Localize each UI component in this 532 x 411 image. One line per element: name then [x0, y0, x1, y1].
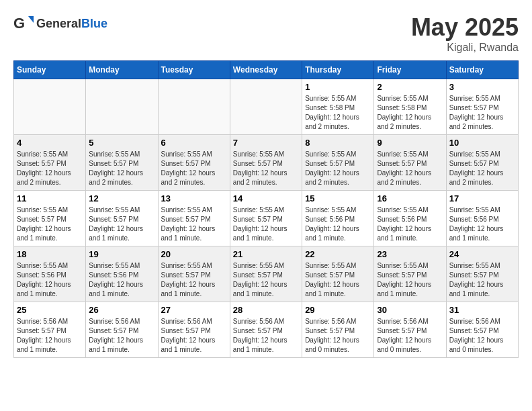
day-info: Sunrise: 5:55 AM Sunset: 5:57 PM Dayligh…	[161, 205, 227, 243]
day-info: Sunrise: 5:55 AM Sunset: 5:57 PM Dayligh…	[449, 261, 515, 299]
calendar-day-cell: 18Sunrise: 5:55 AM Sunset: 5:56 PM Dayli…	[14, 246, 86, 302]
day-info: Sunrise: 5:56 AM Sunset: 5:57 PM Dayligh…	[89, 317, 154, 355]
calendar-day-cell: 6Sunrise: 5:55 AM Sunset: 5:57 PM Daylig…	[158, 135, 230, 191]
calendar-col-header: Friday	[374, 61, 446, 79]
calendar-day-cell: 29Sunrise: 5:56 AM Sunset: 5:57 PM Dayli…	[302, 302, 374, 358]
calendar-day-cell: 24Sunrise: 5:55 AM Sunset: 5:57 PM Dayli…	[446, 246, 518, 302]
calendar-day-cell: 1Sunrise: 5:55 AM Sunset: 5:58 PM Daylig…	[302, 79, 374, 135]
logo-icon: G	[13, 13, 34, 34]
calendar-day-cell: 15Sunrise: 5:55 AM Sunset: 5:56 PM Dayli…	[302, 191, 374, 246]
day-info: Sunrise: 5:56 AM Sunset: 5:57 PM Dayligh…	[377, 317, 443, 355]
day-info: Sunrise: 5:55 AM Sunset: 5:57 PM Dayligh…	[89, 150, 154, 187]
day-number: 4	[17, 138, 83, 148]
day-info: Sunrise: 5:55 AM Sunset: 5:56 PM Dayligh…	[89, 261, 154, 299]
calendar-day-cell: 22Sunrise: 5:55 AM Sunset: 5:57 PM Dayli…	[302, 246, 374, 302]
day-info: Sunrise: 5:55 AM Sunset: 5:57 PM Dayligh…	[233, 150, 299, 187]
calendar-week-row: 4Sunrise: 5:55 AM Sunset: 5:57 PM Daylig…	[14, 135, 519, 191]
day-number: 31	[449, 305, 515, 315]
day-number: 20	[161, 249, 227, 259]
day-info: Sunrise: 5:56 AM Sunset: 5:57 PM Dayligh…	[161, 317, 227, 355]
calendar-day-cell: 7Sunrise: 5:55 AM Sunset: 5:57 PM Daylig…	[230, 135, 302, 191]
calendar-week-row: 1Sunrise: 5:55 AM Sunset: 5:58 PM Daylig…	[14, 79, 519, 135]
day-number: 15	[305, 193, 371, 203]
calendar-day-cell: 31Sunrise: 5:56 AM Sunset: 5:57 PM Dayli…	[446, 302, 518, 358]
day-number: 26	[89, 305, 154, 315]
calendar-day-cell: 3Sunrise: 5:55 AM Sunset: 5:57 PM Daylig…	[446, 79, 518, 135]
month-year-title: May 2025	[411, 13, 519, 42]
calendar-week-row: 18Sunrise: 5:55 AM Sunset: 5:56 PM Dayli…	[14, 246, 519, 302]
calendar-day-cell: 2Sunrise: 5:55 AM Sunset: 5:58 PM Daylig…	[374, 79, 446, 135]
calendar-table: SundayMondayTuesdayWednesdayThursdayFrid…	[13, 60, 519, 358]
day-number: 23	[377, 249, 443, 259]
calendar-day-cell: 13Sunrise: 5:55 AM Sunset: 5:57 PM Dayli…	[158, 191, 230, 246]
calendar-day-cell: 8Sunrise: 5:55 AM Sunset: 5:57 PM Daylig…	[302, 135, 374, 191]
day-number: 21	[233, 249, 299, 259]
day-info: Sunrise: 5:55 AM Sunset: 5:57 PM Dayligh…	[377, 150, 443, 187]
calendar-day-cell: 19Sunrise: 5:55 AM Sunset: 5:56 PM Dayli…	[86, 246, 158, 302]
calendar-day-cell: 28Sunrise: 5:56 AM Sunset: 5:57 PM Dayli…	[230, 302, 302, 358]
day-number: 5	[89, 138, 154, 148]
day-info: Sunrise: 5:55 AM Sunset: 5:56 PM Dayligh…	[17, 261, 83, 299]
calendar-day-cell: 4Sunrise: 5:55 AM Sunset: 5:57 PM Daylig…	[14, 135, 86, 191]
location-subtitle: Kigali, Rwanda	[411, 42, 519, 54]
day-number: 1	[305, 82, 371, 92]
day-number: 16	[377, 193, 443, 203]
calendar-col-header: Tuesday	[158, 61, 230, 79]
day-number: 10	[449, 138, 515, 148]
page-header: G GeneralBlue May 2025 Kigali, Rwanda	[13, 13, 519, 54]
day-info: Sunrise: 5:55 AM Sunset: 5:56 PM Dayligh…	[305, 205, 371, 243]
day-info: Sunrise: 5:55 AM Sunset: 5:56 PM Dayligh…	[377, 205, 443, 243]
day-info: Sunrise: 5:55 AM Sunset: 5:57 PM Dayligh…	[17, 205, 83, 243]
day-number: 2	[377, 82, 443, 92]
day-number: 14	[233, 193, 299, 203]
calendar-day-cell: 11Sunrise: 5:55 AM Sunset: 5:57 PM Dayli…	[14, 191, 86, 246]
logo-general-text: General	[36, 17, 81, 30]
calendar-day-cell	[230, 79, 302, 135]
day-info: Sunrise: 5:55 AM Sunset: 5:58 PM Dayligh…	[377, 94, 443, 132]
day-info: Sunrise: 5:55 AM Sunset: 5:57 PM Dayligh…	[161, 150, 227, 187]
calendar-day-cell: 16Sunrise: 5:55 AM Sunset: 5:56 PM Dayli…	[374, 191, 446, 246]
day-number: 6	[161, 138, 227, 148]
day-number: 12	[89, 193, 154, 203]
day-number: 22	[305, 249, 371, 259]
day-number: 19	[89, 249, 154, 259]
day-number: 18	[17, 249, 83, 259]
day-number: 29	[305, 305, 371, 315]
calendar-day-cell: 10Sunrise: 5:55 AM Sunset: 5:57 PM Dayli…	[446, 135, 518, 191]
day-number: 17	[449, 193, 515, 203]
day-info: Sunrise: 5:56 AM Sunset: 5:57 PM Dayligh…	[233, 317, 299, 355]
calendar-col-header: Wednesday	[230, 61, 302, 79]
calendar-day-cell: 20Sunrise: 5:55 AM Sunset: 5:57 PM Dayli…	[158, 246, 230, 302]
svg-text:G: G	[13, 15, 25, 32]
calendar-col-header: Sunday	[14, 61, 86, 79]
day-number: 27	[161, 305, 227, 315]
logo-blue-text: Blue	[81, 17, 107, 30]
day-info: Sunrise: 5:56 AM Sunset: 5:57 PM Dayligh…	[449, 317, 515, 355]
calendar-week-row: 25Sunrise: 5:56 AM Sunset: 5:57 PM Dayli…	[14, 302, 519, 358]
day-info: Sunrise: 5:55 AM Sunset: 5:57 PM Dayligh…	[89, 205, 154, 243]
calendar-day-cell	[14, 79, 86, 135]
day-info: Sunrise: 5:55 AM Sunset: 5:57 PM Dayligh…	[233, 205, 299, 243]
day-number: 9	[377, 138, 443, 148]
svg-marker-1	[28, 16, 34, 23]
calendar-day-cell: 21Sunrise: 5:55 AM Sunset: 5:57 PM Dayli…	[230, 246, 302, 302]
day-info: Sunrise: 5:55 AM Sunset: 5:57 PM Dayligh…	[305, 261, 371, 299]
day-number: 28	[233, 305, 299, 315]
calendar-header-row: SundayMondayTuesdayWednesdayThursdayFrid…	[14, 61, 519, 79]
day-info: Sunrise: 5:56 AM Sunset: 5:57 PM Dayligh…	[305, 317, 371, 355]
logo: G GeneralBlue	[13, 13, 107, 34]
calendar-day-cell: 17Sunrise: 5:55 AM Sunset: 5:56 PM Dayli…	[446, 191, 518, 246]
calendar-day-cell	[158, 79, 230, 135]
day-info: Sunrise: 5:55 AM Sunset: 5:57 PM Dayligh…	[449, 94, 515, 132]
day-info: Sunrise: 5:55 AM Sunset: 5:57 PM Dayligh…	[17, 150, 83, 187]
day-info: Sunrise: 5:55 AM Sunset: 5:56 PM Dayligh…	[449, 205, 515, 243]
day-info: Sunrise: 5:55 AM Sunset: 5:57 PM Dayligh…	[233, 261, 299, 299]
calendar-day-cell: 26Sunrise: 5:56 AM Sunset: 5:57 PM Dayli…	[86, 302, 158, 358]
calendar-col-header: Thursday	[302, 61, 374, 79]
day-number: 8	[305, 138, 371, 148]
calendar-day-cell: 23Sunrise: 5:55 AM Sunset: 5:57 PM Dayli…	[374, 246, 446, 302]
day-info: Sunrise: 5:56 AM Sunset: 5:57 PM Dayligh…	[17, 317, 83, 355]
day-info: Sunrise: 5:55 AM Sunset: 5:57 PM Dayligh…	[449, 150, 515, 187]
day-info: Sunrise: 5:55 AM Sunset: 5:57 PM Dayligh…	[305, 150, 371, 187]
calendar-day-cell: 30Sunrise: 5:56 AM Sunset: 5:57 PM Dayli…	[374, 302, 446, 358]
